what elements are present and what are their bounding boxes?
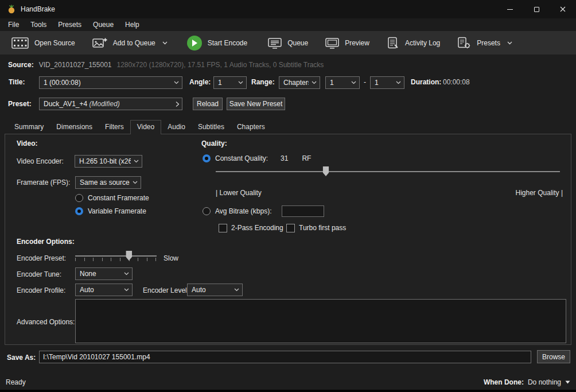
save-new-preset-button[interactable]: Save New Preset [227, 98, 285, 110]
source-row: Source: VID_20101027_155001 1280x720 (12… [8, 61, 324, 69]
quality-slider-thumb[interactable] [323, 166, 329, 176]
chevron-down-icon [134, 160, 139, 163]
encoder-tune-value: None [80, 270, 96, 278]
tab-audio[interactable]: Audio [161, 121, 192, 134]
menu-help[interactable]: Help [119, 19, 145, 30]
lower-quality-label: | Lower Quality [216, 189, 262, 197]
presets-button[interactable]: Presets [450, 32, 519, 55]
video-encoder-label: Video Encoder: [17, 157, 64, 165]
angle-label: Angle: [189, 78, 211, 86]
avg-bitrate-option[interactable]: Avg Bitrate (kbps): [203, 206, 324, 216]
menu-queue[interactable]: Queue [87, 19, 119, 30]
encoder-level-label: Encoder Level: [143, 286, 189, 294]
encoder-tune-select[interactable]: None [75, 267, 133, 280]
constant-quality-value: 31 [281, 154, 288, 162]
minimize-button[interactable] [497, 0, 523, 18]
higher-quality-label: Higher Quality | [516, 189, 563, 197]
constant-framerate-option[interactable]: Constant Framerate [75, 193, 149, 203]
two-pass-checkbox[interactable] [219, 224, 227, 232]
quality-section-header: Quality: [201, 139, 227, 148]
start-encode-label: Start Encode [208, 39, 247, 47]
preview-button[interactable]: Preview [318, 32, 376, 55]
preset-label: Preset: [8, 100, 32, 108]
avg-bitrate-input[interactable] [282, 205, 324, 217]
maximize-button[interactable] [523, 0, 550, 18]
start-encode-button[interactable]: Start Encode [180, 32, 254, 55]
chevron-down-icon [133, 181, 138, 184]
add-to-queue-icon [92, 37, 107, 49]
tab-subtitles[interactable]: Subtitles [192, 121, 231, 134]
turbo-first-pass-option[interactable]: Turbo first pass [286, 223, 346, 233]
encoder-profile-label: Encoder Profile: [17, 286, 65, 294]
tab-filters[interactable]: Filters [99, 121, 130, 134]
advanced-options-textarea[interactable] [75, 299, 566, 343]
activity-log-label: Activity Log [405, 39, 440, 47]
start-encode-icon [187, 36, 202, 51]
add-to-queue-button[interactable]: Add to Queue [85, 32, 174, 55]
quality-slider-track [216, 171, 560, 172]
quality-slider[interactable] [216, 166, 560, 177]
when-done-dropdown[interactable]: When Done: Do nothing [484, 378, 570, 386]
menu-presets[interactable]: Presets [52, 19, 87, 30]
duration-label: Duration: [411, 78, 441, 86]
save-as-input[interactable] [39, 351, 531, 363]
variable-framerate-option[interactable]: Variable Framerate [75, 206, 146, 216]
chevron-down-icon [507, 41, 512, 45]
open-source-label: Open Source [34, 39, 75, 47]
preview-label: Preview [345, 39, 369, 47]
preview-icon [325, 37, 339, 49]
encoder-profile-select[interactable]: Auto [75, 284, 133, 296]
menu-bar: File Tools Presets Queue Help [0, 18, 576, 31]
variable-framerate-radio[interactable] [75, 207, 83, 215]
browse-button[interactable]: Browse [537, 350, 570, 363]
turbo-first-pass-checkbox[interactable] [286, 224, 295, 232]
menu-tools[interactable]: Tools [25, 19, 52, 30]
framerate-select[interactable]: Same as source [75, 176, 141, 189]
window-controls [497, 0, 576, 18]
title-select[interactable]: 1 (00:00:08) [39, 76, 182, 89]
tab-summary[interactable]: Summary [8, 121, 50, 134]
queue-icon [268, 37, 282, 49]
open-source-button[interactable]: Open Source [5, 32, 82, 55]
queue-button[interactable]: Queue [261, 32, 315, 55]
framerate-value: Same as source [80, 178, 130, 187]
activity-log-button[interactable]: Activity Log [380, 32, 447, 55]
chevron-down-icon [124, 288, 129, 292]
tab-video[interactable]: Video [130, 120, 161, 134]
range-start-select[interactable]: 1 [325, 76, 360, 89]
menu-file[interactable]: File [2, 19, 25, 30]
preset-select-value: Duck_AV1_+4 (Modified) [44, 100, 120, 108]
source-name: VID_20101027_155001 [39, 61, 112, 69]
encoder-preset-slider[interactable] [75, 251, 157, 261]
caret-down-icon [565, 381, 570, 384]
angle-select[interactable]: 1 [213, 76, 247, 89]
range-label: Range: [251, 78, 275, 86]
turbo-first-pass-label: Turbo first pass [299, 224, 346, 232]
tab-chapters[interactable]: Chapters [231, 121, 271, 134]
preset-select[interactable]: Duck_AV1_+4 (Modified) [39, 98, 182, 110]
video-encoder-select[interactable]: H.265 10-bit (x265 [75, 155, 142, 168]
two-pass-option[interactable]: 2-Pass Encoding [219, 223, 283, 233]
reload-button[interactable]: Reload [193, 98, 223, 110]
preset-modified-suffix: (Modified) [89, 100, 120, 108]
preset-row: Preset: Duck_AV1_+4 (Modified) Reload Sa… [0, 98, 576, 111]
presets-icon [457, 37, 471, 49]
constant-framerate-radio[interactable] [75, 194, 83, 202]
encoder-profile-value: Auto [80, 286, 94, 294]
constant-quality-radio[interactable] [203, 154, 211, 162]
title-label: Title: [9, 78, 25, 86]
avg-bitrate-radio[interactable] [203, 207, 211, 215]
video-section-header: Video: [17, 139, 37, 148]
variable-framerate-label: Variable Framerate [88, 207, 146, 215]
range-type-select[interactable]: Chapters [279, 76, 320, 89]
encoder-level-select[interactable]: Auto [187, 284, 243, 296]
encoder-options-header: Encoder Options: [17, 238, 75, 246]
framerate-label: Framerate (FPS): [17, 178, 70, 187]
window-title: HandBrake [21, 5, 55, 13]
range-end-select[interactable]: 1 [370, 76, 404, 89]
encoder-preset-slider-track [75, 255, 157, 257]
range-separator: - [364, 78, 366, 86]
constant-quality-option[interactable]: Constant Quality: 31 RF [203, 153, 311, 164]
close-button[interactable] [550, 0, 576, 18]
tab-dimensions[interactable]: Dimensions [50, 121, 99, 134]
